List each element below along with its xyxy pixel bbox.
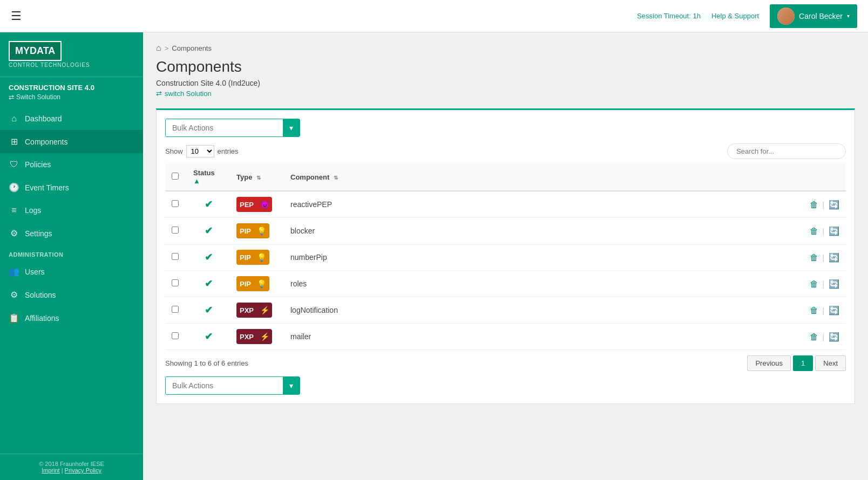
table-row: ✔ PXP ⚡ logNotification 🗑 | 🔄 bbox=[165, 297, 846, 324]
delete-icon[interactable]: 🗑 bbox=[810, 306, 818, 315]
refresh-icon[interactable]: 🔄 bbox=[829, 306, 839, 315]
delete-icon[interactable]: 🗑 bbox=[810, 253, 818, 262]
sidebar-item-logs[interactable]: ≡ Logs bbox=[0, 199, 143, 222]
page-1-button[interactable]: 1 bbox=[793, 355, 813, 371]
delete-icon[interactable]: 🗑 bbox=[810, 200, 818, 209]
row-checkbox[interactable] bbox=[172, 332, 179, 339]
row-checkbox-cell bbox=[165, 324, 187, 350]
row-status: ✔ bbox=[187, 218, 230, 244]
row-checkbox[interactable] bbox=[172, 253, 179, 260]
row-checkbox[interactable] bbox=[172, 306, 179, 313]
type-badge-label: PIP bbox=[236, 250, 254, 265]
sidebar: MYDATA CONTROL TECHNOLOGIES CONSTRUCTION… bbox=[0, 32, 143, 480]
delete-icon[interactable]: 🗑 bbox=[810, 227, 818, 236]
sidebar-item-label: Event Timers bbox=[25, 183, 69, 192]
sidebar-item-users[interactable]: 👥 Users bbox=[0, 260, 143, 283]
refresh-icon[interactable]: 🔄 bbox=[829, 200, 839, 209]
home-breadcrumb[interactable]: ⌂ bbox=[156, 43, 161, 53]
refresh-icon[interactable]: 🔄 bbox=[829, 227, 839, 236]
breadcrumb-current: Components bbox=[172, 44, 212, 52]
sidebar-item-event-timers[interactable]: 🕐 Event Timers bbox=[0, 176, 143, 199]
bulk-actions-dropdown-top[interactable]: ▾ bbox=[283, 119, 300, 136]
delete-icon[interactable]: 🗑 bbox=[810, 332, 818, 341]
breadcrumb: ⌂ > Components bbox=[156, 43, 855, 53]
refresh-icon[interactable]: 🔄 bbox=[829, 332, 839, 341]
status-check-icon: ✔ bbox=[205, 305, 213, 316]
sidebar-item-components[interactable]: ⊞ Components bbox=[0, 130, 143, 153]
row-actions: 🗑 | 🔄 bbox=[613, 297, 846, 324]
sidebar-item-affiliations[interactable]: 📋 Affiliations bbox=[0, 306, 143, 330]
header-checkbox-cell bbox=[165, 163, 187, 191]
hamburger-menu[interactable]: ☰ bbox=[11, 9, 22, 23]
table-row: ✔ PIP 💡 blocker 🗑 | 🔄 bbox=[165, 218, 846, 244]
previous-button[interactable]: Previous bbox=[747, 355, 791, 371]
row-checkbox[interactable] bbox=[172, 279, 179, 286]
row-status: ✔ bbox=[187, 324, 230, 350]
sort-up-icon: ▲ bbox=[193, 177, 200, 185]
header-status[interactable]: Status ▲ bbox=[187, 163, 230, 191]
row-checkbox[interactable] bbox=[172, 200, 179, 207]
sidebar-item-label: Settings bbox=[25, 229, 52, 238]
action-separator: | bbox=[822, 201, 824, 209]
select-all-checkbox[interactable] bbox=[172, 173, 179, 180]
users-icon: 👥 bbox=[9, 266, 19, 277]
next-button[interactable]: Next bbox=[815, 355, 846, 371]
showing-text: Showing 1 to 6 of 6 entries bbox=[165, 359, 248, 367]
sidebar-item-policies[interactable]: 🛡 Policies bbox=[0, 153, 143, 176]
admin-section-label: ADMINISTRATION bbox=[0, 245, 143, 260]
main-content-box: ▾ Show 10 25 50 100 entries bbox=[156, 108, 855, 404]
bulk-actions-input-bottom[interactable] bbox=[166, 377, 283, 394]
row-actions: 🗑 | 🔄 bbox=[613, 218, 846, 244]
row-checkbox-cell bbox=[165, 191, 187, 218]
row-component-name: numberPip bbox=[284, 244, 613, 271]
row-type: PXP ⚡ bbox=[230, 324, 284, 350]
refresh-icon[interactable]: 🔄 bbox=[829, 253, 839, 262]
help-support-link[interactable]: Help & Support bbox=[711, 12, 759, 20]
type-badge-icon: 😈 bbox=[257, 197, 272, 212]
switch-solution-sidebar[interactable]: ⇄ Switch Solution bbox=[9, 93, 134, 101]
delete-icon[interactable]: 🗑 bbox=[810, 279, 818, 289]
header-type[interactable]: Type ⇅ bbox=[230, 163, 284, 191]
row-checkbox-cell bbox=[165, 271, 187, 297]
sidebar-logo: MYDATA CONTROL TECHNOLOGIES bbox=[0, 32, 143, 77]
header-actions-1 bbox=[613, 163, 729, 191]
sidebar-item-settings[interactable]: ⚙ Settings bbox=[0, 222, 143, 245]
sidebar-item-solutions[interactable]: ⚙ Solutions bbox=[0, 283, 143, 306]
row-checkbox-cell bbox=[165, 218, 187, 244]
user-menu[interactable]: Carol Becker ▾ bbox=[770, 4, 857, 28]
refresh-icon[interactable]: 🔄 bbox=[829, 279, 839, 289]
sidebar-item-label: Logs bbox=[25, 206, 41, 215]
sidebar-footer: © 2018 Fraunhofer IESE Imprint | Privacy… bbox=[0, 454, 143, 480]
solutions-icon: ⚙ bbox=[9, 290, 19, 300]
sidebar-item-label: Dashboard bbox=[25, 114, 62, 123]
entries-label: entries bbox=[218, 147, 239, 155]
row-checkbox[interactable] bbox=[172, 227, 179, 234]
action-separator: | bbox=[822, 253, 824, 262]
type-badge: PXP ⚡ bbox=[236, 329, 272, 344]
action-separator: | bbox=[822, 227, 824, 236]
search-input[interactable] bbox=[727, 143, 846, 159]
imprint-link[interactable]: Imprint bbox=[42, 467, 60, 474]
row-actions: 🗑 | 🔄 bbox=[613, 191, 846, 218]
sidebar-site: CONSTRUCTION SITE 4.0 ⇄ Switch Solution bbox=[0, 77, 143, 107]
copyright-text: © 2018 Fraunhofer IESE bbox=[9, 461, 134, 467]
sort-arrows-icon-2: ⇅ bbox=[334, 175, 338, 181]
sidebar-item-dashboard[interactable]: ⌂ Dashboard bbox=[0, 107, 143, 130]
bulk-actions-input-top[interactable] bbox=[166, 119, 283, 136]
sidebar-nav: ⌂ Dashboard ⊞ Components 🛡 Policies 🕐 Ev… bbox=[0, 107, 143, 454]
sidebar-item-label: Affiliations bbox=[25, 314, 59, 323]
row-type: PIP 💡 bbox=[230, 244, 284, 271]
status-check-icon: ✔ bbox=[205, 225, 213, 236]
affiliations-icon: 📋 bbox=[9, 313, 19, 323]
clock-icon: 🕐 bbox=[9, 182, 19, 193]
privacy-link[interactable]: Privacy Policy bbox=[65, 467, 101, 474]
session-timeout: Session Timeout: 1h bbox=[637, 12, 701, 20]
navbar-right: Session Timeout: 1h Help & Support Carol… bbox=[637, 4, 857, 28]
entries-select[interactable]: 10 25 50 100 bbox=[186, 145, 214, 157]
table-row: ✔ PIP 💡 roles 🗑 | 🔄 bbox=[165, 271, 846, 297]
page-title: Components bbox=[156, 58, 855, 76]
header-component[interactable]: Component ⇅ bbox=[284, 163, 613, 191]
row-status: ✔ bbox=[187, 297, 230, 324]
switch-solution-link[interactable]: ⇄ switch Solution bbox=[156, 90, 855, 98]
bulk-actions-dropdown-bottom[interactable]: ▾ bbox=[283, 377, 300, 394]
